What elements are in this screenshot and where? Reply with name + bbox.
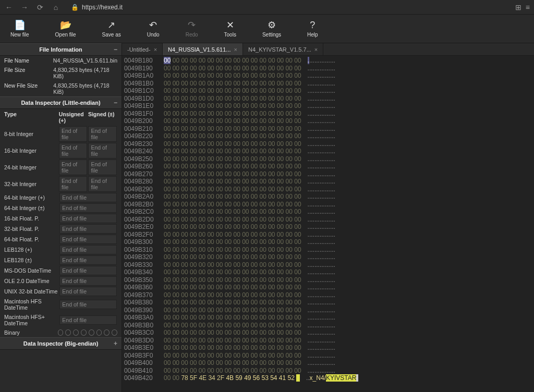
inspector-value[interactable]: End of file: [59, 193, 117, 202]
hex-line[interactable]: 0049B1E0 00 00 00 00 00 00 00 00 00 00 0…: [124, 102, 532, 110]
inspector-column-headers: Type Unsigned (+) Signed (±): [0, 109, 122, 126]
hex-line[interactable]: 0049B370 00 00 00 00 00 00 00 00 00 00 0…: [124, 291, 532, 299]
inspector-value[interactable]: End of file: [59, 176, 88, 192]
hex-line[interactable]: 0049B1C0 00 00 00 00 00 00 00 00 00 00 0…: [124, 87, 532, 95]
hex-line[interactable]: 0049B3F0 00 00 00 00 00 00 00 00 00 00 0…: [124, 352, 532, 360]
home-icon[interactable]: ⌂: [51, 3, 60, 11]
inspector-value[interactable]: End of file: [59, 255, 117, 265]
inspector-value[interactable]: End of file: [59, 276, 117, 286]
inspector-value[interactable]: End of file: [59, 126, 88, 142]
tools-button[interactable]: ✕Tools: [224, 20, 236, 38]
hex-line[interactable]: 0049B380 00 00 00 00 00 00 00 00 00 00 0…: [124, 299, 532, 307]
hex-line[interactable]: 0049B330 00 00 00 00 00 00 00 00 00 00 0…: [124, 261, 532, 269]
file-tab[interactable]: -Untitled-×: [122, 43, 163, 55]
inspector-value[interactable]: End of file: [59, 214, 117, 223]
hex-line[interactable]: 0049B1B0 00 00 00 00 00 00 00 00 00 00 0…: [124, 80, 532, 88]
hex-line[interactable]: 0049B390 00 00 00 00 00 00 00 00 00 00 0…: [124, 307, 532, 314]
hex-line[interactable]: 0049B300 00 00 00 00 00 00 00 00 00 00 0…: [124, 238, 532, 246]
inspector-value[interactable]: End of file: [88, 126, 117, 142]
hex-line[interactable]: 0049B3C0 00 00 00 00 00 00 00 00 00 00 0…: [124, 329, 532, 337]
inspector-value[interactable]: End of file: [59, 300, 117, 309]
inspector-value[interactable]: End of file: [88, 160, 117, 175]
binary-bit-toggle[interactable]: [65, 329, 71, 336]
hex-line[interactable]: 0049B410 00 00 00 00 00 00 00 00 00 00 0…: [124, 367, 532, 375]
file-info-panel-header[interactable]: File Information−: [0, 43, 122, 56]
inspector-value[interactable]: End of file: [59, 315, 117, 325]
hex-line[interactable]: 0049B400 00 00 00 00 00 00 00 00 00 00 0…: [124, 359, 532, 367]
hex-line[interactable]: 0049B2F0 00 00 00 00 00 00 00 00 00 00 0…: [124, 231, 532, 239]
inspector-value[interactable]: End of file: [59, 224, 117, 234]
hex-line[interactable]: 0049B2D0 00 00 00 00 00 00 00 00 00 00 0…: [124, 216, 532, 224]
data-inspector-be-header[interactable]: Data Inspector (Big-endian)+: [0, 337, 122, 350]
hex-line[interactable]: 0049B3E0 00 00 00 00 00 00 00 00 00 00 0…: [124, 344, 532, 352]
close-icon[interactable]: ×: [234, 46, 237, 53]
undo-button[interactable]: ↶Undo: [147, 20, 160, 38]
hex-line[interactable]: 0049B3A0 00 00 00 00 00 00 00 00 00 00 0…: [124, 314, 532, 322]
hex-line[interactable]: 0049B240 00 00 00 00 00 00 00 00 00 00 0…: [124, 148, 532, 155]
hex-line[interactable]: 0049B2A0 00 00 00 00 00 00 00 00 00 00 0…: [124, 193, 532, 201]
binary-bit-toggle[interactable]: [58, 329, 64, 336]
hex-line[interactable]: 0049B340 00 00 00 00 00 00 00 00 00 00 0…: [124, 268, 532, 276]
url-bar[interactable]: 🔒 https://hexed.it: [67, 3, 509, 12]
hex-line[interactable]: 0049B210 00 00 00 00 00 00 00 00 00 00 0…: [124, 125, 532, 133]
new-file-button[interactable]: 📄New file: [10, 20, 29, 38]
binary-bit-toggle[interactable]: [73, 329, 79, 336]
hex-line[interactable]: 0049B310 00 00 00 00 00 00 00 00 00 00 0…: [124, 246, 532, 254]
open-file-button[interactable]: 📂Open file: [55, 20, 76, 38]
file-tab[interactable]: N4_RUSSIA_V1.5.611...×: [163, 43, 243, 55]
collapse-icon[interactable]: −: [114, 99, 117, 106]
inspector-value[interactable]: End of file: [59, 266, 117, 275]
inspector-value[interactable]: End of file: [88, 176, 117, 192]
redo-button[interactable]: ↷Redo: [186, 20, 198, 38]
extensions-icon[interactable]: ⊞: [515, 3, 521, 11]
hex-line[interactable]: 0049B290 00 00 00 00 00 00 00 00 00 00 0…: [124, 186, 532, 193]
inspector-value[interactable]: End of file: [59, 143, 88, 158]
hex-line[interactable]: 0049B200 00 00 00 00 00 00 00 00 00 00 0…: [124, 117, 532, 125]
hex-line[interactable]: 0049B320 00 00 00 00 00 00 00 00 00 00 0…: [124, 253, 532, 261]
hex-line[interactable]: 0049B360 00 00 00 00 00 00 00 00 00 00 0…: [124, 284, 532, 291]
inspector-value[interactable]: End of file: [59, 160, 88, 175]
hex-line[interactable]: 0049B250 00 00 00 00 00 00 00 00 00 00 0…: [124, 155, 532, 163]
hex-line[interactable]: 0049B2C0 00 00 00 00 00 00 00 00 00 00 0…: [124, 208, 532, 216]
help-button[interactable]: ?Help: [307, 20, 318, 38]
hex-line[interactable]: 0049B230 00 00 00 00 00 00 00 00 00 00 0…: [124, 140, 532, 148]
close-icon[interactable]: ×: [154, 46, 157, 53]
inspector-value[interactable]: End of file: [59, 287, 117, 296]
hex-editor[interactable]: 0049B180 00 00 00 00 00 00 00 00 00 00 0…: [122, 56, 534, 392]
hex-line[interactable]: 0049B1D0 00 00 00 00 00 00 00 00 00 00 0…: [124, 95, 532, 103]
hex-line[interactable]: 0049B220 00 00 00 00 00 00 00 00 00 00 0…: [124, 132, 532, 140]
hex-line[interactable]: 0049B260 00 00 00 00 00 00 00 00 00 00 0…: [124, 163, 532, 170]
binary-bit-toggle[interactable]: [112, 329, 117, 336]
file-tab[interactable]: N4_KYIVSTAR_V1.5.7...×: [243, 43, 323, 55]
hex-line[interactable]: 0049B2B0 00 00 00 00 00 00 00 00 00 00 0…: [124, 201, 532, 209]
hex-line[interactable]: 0049B3D0 00 00 00 00 00 00 00 00 00 00 0…: [124, 337, 532, 345]
inspector-value[interactable]: End of file: [88, 143, 117, 158]
binary-bit-toggle[interactable]: [104, 329, 110, 336]
collapse-icon[interactable]: −: [114, 46, 117, 53]
menu-icon[interactable]: ≡: [526, 3, 530, 11]
hex-line[interactable]: 0049B280 00 00 00 00 00 00 00 00 00 00 0…: [124, 178, 532, 186]
hex-line[interactable]: 0049B180 00 00 00 00 00 00 00 00 00 00 0…: [124, 57, 532, 65]
settings-button[interactable]: ⚙Settings: [262, 20, 281, 38]
data-inspector-le-header[interactable]: Data Inspector (Little-endian)−: [0, 96, 122, 109]
hex-line[interactable]: 0049B350 00 00 00 00 00 00 00 00 00 00 0…: [124, 276, 532, 284]
binary-bit-toggle[interactable]: [81, 329, 87, 336]
forward-icon[interactable]: →: [20, 3, 29, 11]
close-icon[interactable]: ×: [314, 46, 318, 53]
inspector-value[interactable]: End of file: [59, 235, 117, 244]
save-as-button[interactable]: ↗Save as: [102, 20, 121, 38]
hex-line[interactable]: 0049B2E0 00 00 00 00 00 00 00 00 00 00 0…: [124, 223, 532, 231]
refresh-icon[interactable]: ⟳: [35, 3, 45, 11]
inspector-value[interactable]: End of file: [59, 203, 117, 213]
binary-bit-toggle[interactable]: [89, 329, 94, 336]
hex-line[interactable]: 0049B190 00 00 00 00 00 00 00 00 00 00 0…: [124, 65, 532, 72]
hex-line[interactable]: 0049B1A0 00 00 00 00 00 00 00 00 00 00 0…: [124, 72, 532, 80]
expand-icon[interactable]: +: [114, 340, 117, 347]
hex-line[interactable]: 0049B1F0 00 00 00 00 00 00 00 00 00 00 0…: [124, 110, 532, 118]
binary-bit-toggle[interactable]: [96, 329, 102, 336]
hex-line[interactable]: 0049B3B0 00 00 00 00 00 00 00 00 00 00 0…: [124, 322, 532, 329]
hex-line[interactable]: 0049B420 00 00 78 5F 4E 34 2F 4B 59 49 5…: [124, 374, 532, 382]
inspector-value[interactable]: End of file: [59, 245, 117, 254]
back-icon[interactable]: ←: [4, 3, 14, 11]
hex-line[interactable]: 0049B270 00 00 00 00 00 00 00 00 00 00 0…: [124, 170, 532, 178]
